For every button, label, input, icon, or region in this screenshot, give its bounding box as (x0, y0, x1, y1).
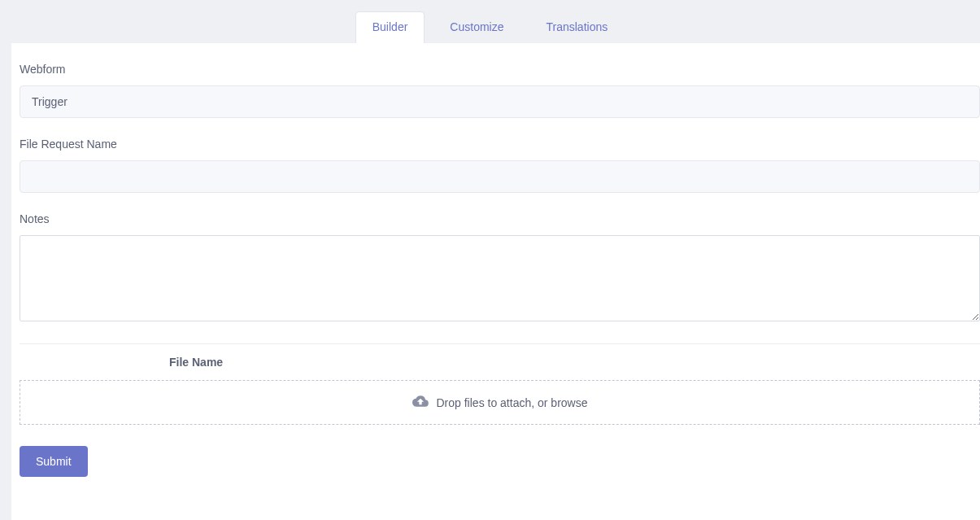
file-dropzone[interactable]: Drop files to attach, or browse (20, 380, 980, 425)
tab-customize[interactable]: Customize (433, 11, 520, 43)
file-request-group: File Request Name (20, 138, 980, 193)
webform-group: Webform (20, 63, 980, 118)
file-section: File Name Drop files to attach, or brows… (20, 343, 980, 425)
notes-label: Notes (20, 212, 980, 225)
file-name-header: File Name (20, 344, 980, 380)
notes-textarea[interactable] (20, 235, 980, 321)
tab-builder[interactable]: Builder (355, 11, 425, 43)
dropzone-text: Drop files to attach, or browse (437, 396, 588, 409)
submit-button[interactable]: Submit (20, 446, 88, 477)
file-request-label: File Request Name (20, 138, 980, 151)
tab-translations[interactable]: Translations (529, 11, 625, 43)
webform-input[interactable] (20, 85, 980, 118)
notes-group: Notes (20, 212, 980, 324)
form-card: Webform File Request Name Notes File Nam… (11, 43, 980, 520)
upload-cloud-icon (412, 393, 429, 412)
tab-bar: Builder Customize Translations (0, 0, 980, 43)
file-request-input[interactable] (20, 160, 980, 193)
webform-label: Webform (20, 63, 980, 76)
